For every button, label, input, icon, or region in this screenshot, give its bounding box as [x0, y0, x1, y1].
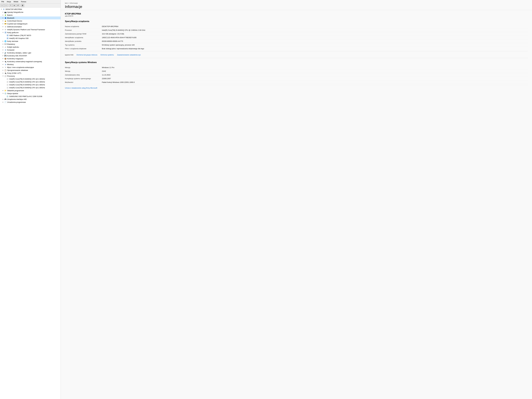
back-button[interactable]: ← — [0, 4, 4, 7]
tree-item-mouse[interactable]: ► 🖱 Mysz i inne urządzenia wskazujące — [0, 66, 61, 69]
sound-toggle[interactable]: ► — [2, 52, 4, 54]
tree-item-hid[interactable]: ► 🎮 Urządzenia interfejsu HID — [0, 98, 61, 101]
processors-icon: ⬜ — [4, 75, 6, 77]
progdevice-icon: 📄 — [4, 101, 6, 103]
dynamic-toggle[interactable]: ► — [2, 29, 4, 31]
spec-value-2: 16,0 GB (dostępne: 15,9 GB) — [102, 33, 528, 35]
display-button[interactable]: 🖥 — [21, 4, 24, 7]
tree-item-network[interactable]: ► 🌐 Karty sieciowe — [0, 40, 61, 43]
menu-akcja[interactable]: Akcja — [5, 0, 12, 3]
usb-toggle[interactable]: ► — [2, 61, 4, 62]
menu-pomoc[interactable]: Pomoc — [20, 0, 28, 3]
tree-item-samsung[interactable]: 💿 SAMSUNG SSD PM871a M.2 2280 512GB — [0, 95, 61, 98]
page-title: Informacje — [65, 5, 528, 9]
gpu-toggle[interactable]: ▼ — [2, 32, 4, 33]
print-toggle[interactable]: ► — [2, 46, 4, 48]
ports-toggle[interactable]: ► — [2, 72, 4, 74]
tree-item-ports[interactable]: ► 🔌 Porty (COM i LPT) — [0, 72, 61, 75]
cpu1-icon: ⬜ — [6, 78, 9, 80]
batteries-toggle[interactable]: ► — [2, 14, 4, 16]
links-prefix: iązane linki — [65, 54, 73, 56]
tree-item-intel-gpu[interactable]: 🖼 Intel(R) HD Graphics 530 — [0, 37, 61, 40]
menu-widok[interactable]: Widok — [12, 0, 20, 3]
samsung-toggle — [4, 95, 6, 97]
tree-item-cpu1[interactable]: ⬜ Intel(R) Core(TM) i5-6440HQ CPU @ 2.60… — [0, 77, 61, 80]
cpu3-icon: ⬜ — [6, 83, 9, 86]
link-advanced[interactable]: Zaawansowane ustawienia sys — [117, 54, 141, 56]
link-protection[interactable]: Ochrona systemu — [100, 54, 114, 56]
sound-icon: 🔊 — [4, 52, 6, 54]
tree-item-progdevice[interactable]: ► 📄 Urzadzenia programowe — [0, 101, 61, 104]
tree-item-storage[interactable]: ► 📦 Kontrolery magazynu — [0, 57, 61, 60]
mouse-icon: 🖱 — [4, 66, 6, 69]
link-domain[interactable]: Domena lub grupa robocza — [76, 54, 97, 56]
smartcard-toggle[interactable]: ► — [2, 23, 4, 25]
keyboard-icon: ⌨ — [4, 43, 6, 45]
tree-item-processors[interactable]: ▼ ⬜ Procesory — [0, 75, 61, 77]
tree-item-usb[interactable]: ► 🔌 Kontrolery uniwersalnej magistrali s… — [0, 60, 61, 63]
tree-item-diskdrives[interactable]: ▼ 💿 Stacje dysków — [0, 92, 61, 95]
spec-label-1: Procesor — [65, 29, 102, 31]
tree-item-keyboard[interactable]: ► ⌨ Klawiatury — [0, 43, 61, 45]
keyboard-toggle[interactable]: ► — [2, 43, 4, 45]
device-tree[interactable]: ▼ 🖥 DESKTOP-8RCPR64 ► 📷 Aparaty fotograf… — [0, 7, 61, 399]
tree-item-cpu3[interactable]: ⬜ Intel(R) Core(TM) i5-6440HQ CPU @ 2.60… — [0, 83, 61, 86]
computer-toggle[interactable]: ► — [2, 49, 4, 51]
storage-toggle[interactable]: ► — [2, 58, 4, 59]
forward-button[interactable]: → — [4, 4, 8, 7]
intel-gpu-toggle[interactable] — [4, 37, 6, 39]
tree-item-controlvault[interactable]: ► 🔒 ControlVault Device — [0, 19, 61, 22]
win-spec-row-1: Wersja 21H2 — [65, 70, 528, 73]
tree-item-software[interactable]: ► 📁 Składniki programowe — [0, 89, 61, 92]
menu-plik[interactable]: Plik — [0, 0, 5, 3]
refresh-button[interactable]: ↺ — [16, 4, 20, 7]
tree-item-dynamic[interactable]: ► ⚙ Intel(R) Dynamic Platform and Therma… — [0, 28, 61, 31]
tree-item-amd[interactable]: 🖼 AMD Radeon (TM) R7 M370 — [0, 34, 61, 37]
tree-item-batteries[interactable]: ► 🔋 Baterie — [0, 14, 61, 17]
tree-item-ide[interactable]: ► 💾 Kontrolery IDE ATA/ATAPI — [0, 54, 61, 57]
ide-toggle[interactable]: ► — [2, 55, 4, 57]
progdevice-label: Urzadzenia programowe — [7, 101, 26, 103]
cpu3-label: Intel(R) Core(TM) i5-6440HQ CPU @ 2.60GH… — [9, 84, 45, 86]
tree-root[interactable]: ▼ 🖥 DESKTOP-8RCPR64 — [0, 8, 61, 11]
tree-item-cpu4[interactable]: ⬜ Intel(R) Core(TM) i5-6440HQ CPU @ 2.60… — [0, 86, 61, 89]
tree-item-computer[interactable]: ► 🖥 Komputer — [0, 48, 61, 51]
win-spec-label-1: Wersja — [65, 70, 102, 72]
controlvault-toggle[interactable]: ► — [2, 20, 4, 22]
amd-toggle[interactable] — [4, 34, 6, 36]
tree-item-smartcard[interactable]: ► 💳 Czytniki kart inteligentnych — [0, 22, 61, 25]
computer-label: Komputer — [7, 49, 14, 51]
properties-button[interactable]: ⊞ — [13, 4, 16, 7]
processors-toggle[interactable]: ▼ — [2, 75, 4, 77]
tree-item-firmware[interactable]: ► 📋 Oprogramowanie układowe — [0, 69, 61, 72]
diskdrives-toggle[interactable]: ▼ — [2, 93, 4, 94]
firmware-toggle[interactable]: ► — [2, 69, 4, 71]
bluetooth-toggle[interactable]: ► — [2, 17, 4, 19]
dynamic-label: Intel(R) Dynamic Platform and Thermal Fr… — [7, 29, 45, 31]
mouse-toggle[interactable]: ► — [2, 66, 4, 68]
tree-item-dell[interactable]: ► 🖥 DellInstrumentation — [0, 25, 61, 28]
dell-toggle[interactable]: ► — [2, 26, 4, 28]
tree-item-print[interactable]: ► 🖨 Kolejki wydruku — [0, 45, 61, 48]
tree-item-gpu[interactable]: ▼ 🖼 Karty graficzne — [0, 31, 61, 34]
tree-item-cameras[interactable]: ► 📷 Aparaty fotograficzne — [0, 11, 61, 14]
software-toggle[interactable]: ► — [2, 90, 4, 91]
cameras-toggle[interactable]: ► — [2, 11, 4, 13]
network-toggle[interactable]: ► — [2, 40, 4, 42]
spec-value-0: DESKTOP-8RCPR64 — [102, 25, 528, 27]
hid-toggle[interactable]: ► — [2, 98, 4, 100]
tree-item-monitors[interactable]: ► 🖥 Monitory — [0, 63, 61, 66]
gpu-icon: 🖼 — [4, 31, 6, 34]
storage-label: Kontrolery magazynu — [7, 58, 23, 60]
progdevice-toggle[interactable]: ► — [2, 101, 4, 103]
sound-label: Kontrolery dźwięku, wideo i gier — [7, 52, 31, 54]
cpu1-label: Intel(R) Core(TM) i5-6440HQ CPU @ 2.60GH… — [9, 78, 45, 80]
tree-item-cpu2[interactable]: ⬜ Intel(R) Core(TM) i5-6440HQ CPU @ 2.60… — [0, 80, 61, 83]
monitors-toggle[interactable]: ► — [2, 63, 4, 65]
root-toggle[interactable]: ▼ — [0, 8, 2, 10]
help-button[interactable]: ? — [9, 4, 12, 7]
tree-item-bluetooth[interactable]: ► ⬢ Bluetooth — [0, 17, 61, 19]
firmware-label: Oprogramowanie układowe — [7, 69, 28, 71]
tree-item-sound[interactable]: ► 🔊 Kontrolery dźwięku, wideo i gier — [0, 51, 61, 54]
info-section: KTOP-8RCPR64 ade E5570 Specyfikacja urzą… — [61, 10, 532, 93]
